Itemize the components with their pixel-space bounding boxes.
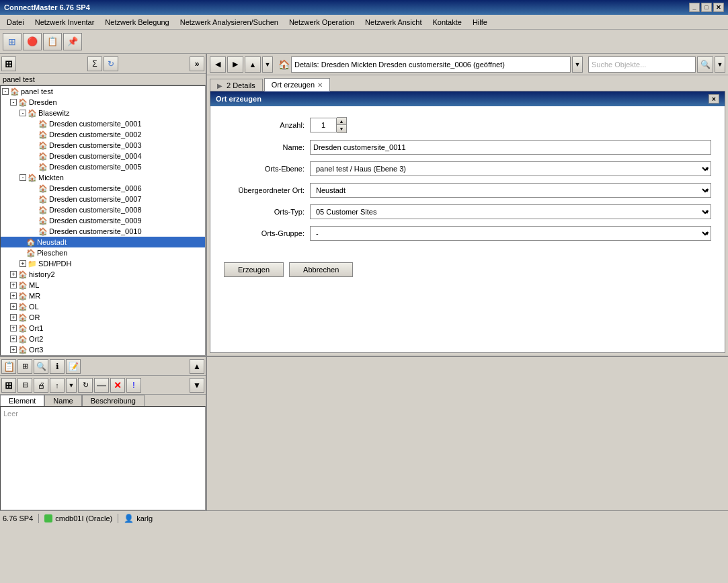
tree-item-ort3[interactable]: + 🏠 Ort3 xyxy=(1,344,205,355)
search-btn[interactable]: 🔍 xyxy=(697,56,713,73)
dialog-close-btn[interactable]: × xyxy=(709,94,719,104)
bottom-btn-4[interactable]: ℹ xyxy=(50,359,65,374)
tree-item-history2[interactable]: + 🏠 history2 xyxy=(1,269,205,280)
blasewitz-expand-btn[interactable]: - xyxy=(19,110,26,116)
bottom-tab-element[interactable]: Element xyxy=(0,395,44,406)
menu-netzwerk-ansicht[interactable]: Netzwerk Ansicht xyxy=(361,17,426,28)
new-btn[interactable]: ⊞ xyxy=(3,33,22,50)
tree-item-ort1[interactable]: + 🏠 Ort1 xyxy=(1,323,205,334)
tree-item-neustadt[interactable]: 🏠 Neustadt xyxy=(1,237,205,247)
tree-item-ol[interactable]: + 🏠 OL xyxy=(1,301,205,312)
history2-expand-btn[interactable]: + xyxy=(10,271,17,278)
bottom-collapse-btn[interactable]: ▼ xyxy=(190,378,204,393)
tree-item-ort2[interactable]: + 🏠 Ort2 xyxy=(1,334,205,344)
nav-dropdown-btn[interactable]: ▼ xyxy=(262,56,273,73)
left-btn-add[interactable]: ⊞ xyxy=(1,56,16,71)
tab-close-btn[interactable]: ✕ xyxy=(317,81,323,89)
tree-item-blasewitz[interactable]: - 🏠 Blasewitz xyxy=(1,108,205,118)
bottom-btn-refresh[interactable]: ↻ xyxy=(78,378,93,393)
bottom-btn-dash[interactable]: — xyxy=(94,378,109,393)
tree-item-ml[interactable]: + 🏠 ML xyxy=(1,280,205,290)
menu-netzwerk-operation[interactable]: Netzwerk Operation xyxy=(285,17,358,28)
bottom-btn-del[interactable]: ✕ xyxy=(110,378,125,393)
tree-item-cs0008[interactable]: 🏠 Dresden customersite_0008 xyxy=(1,204,205,215)
bottom-tab-beschreibung[interactable]: Beschreibung xyxy=(82,395,145,406)
orts-ebene-select[interactable]: panel test / Haus (Ebene 3) xyxy=(310,161,711,176)
forward-btn[interactable]: ▶ xyxy=(227,56,243,73)
up-btn[interactable]: ▲ xyxy=(245,56,261,73)
maximize-btn[interactable]: □ xyxy=(701,3,712,12)
menu-netzwerk-inventar[interactable]: Netzwerk Inventar xyxy=(31,17,99,28)
ort3-expand-btn[interactable]: + xyxy=(10,346,17,353)
root-expand-btn[interactable]: - xyxy=(2,88,9,95)
sdh-expand-btn[interactable]: + xyxy=(19,260,26,267)
bottom-btn-3[interactable]: 🔍 xyxy=(34,359,48,374)
bottom-btn-1[interactable]: 📋 xyxy=(1,359,16,374)
tree-item-cs0010[interactable]: 🏠 Dresden customersite_0010 xyxy=(1,226,205,237)
bottom-btn-up[interactable]: ↑ xyxy=(50,378,65,393)
menu-hilfe[interactable]: Hilfe xyxy=(469,17,491,28)
left-btn-expand[interactable]: » xyxy=(190,56,204,71)
minimize-btn[interactable]: _ xyxy=(689,3,700,12)
tree-item-or[interactable]: + 🏠 OR xyxy=(1,312,205,323)
bottom-dropdown-1[interactable]: ▼ xyxy=(66,378,77,393)
tree-item-cs0002[interactable]: 🏠 Dresden customersite_0002 xyxy=(1,129,205,140)
close-btn[interactable]: ✕ xyxy=(713,3,724,12)
back-btn[interactable]: ◀ xyxy=(210,56,226,73)
bottom-expand-btn[interactable]: ▲ xyxy=(190,359,204,374)
abbrechen-button[interactable]: Abbrechen xyxy=(289,262,353,277)
dresden-expand-btn[interactable]: - xyxy=(10,99,17,106)
bottom-tab-name[interactable]: Name xyxy=(44,395,81,406)
name-input[interactable] xyxy=(310,140,711,155)
spinner-down-btn[interactable]: ▼ xyxy=(337,125,346,132)
mickten-expand-btn[interactable]: - xyxy=(19,174,26,181)
bottom-btn-add[interactable]: ⊞ xyxy=(1,378,16,393)
menu-kontakte[interactable]: Kontakte xyxy=(428,17,465,28)
tree-item-cs0006[interactable]: 🏠 Dresden customersite_0006 xyxy=(1,183,205,194)
menu-datei[interactable]: Datei xyxy=(3,17,28,28)
anzahl-input[interactable] xyxy=(310,118,337,132)
tree-item-cs0007[interactable]: 🏠 Dresden customersite_0007 xyxy=(1,194,205,204)
or-expand-btn[interactable]: + xyxy=(10,314,17,321)
spinner-up-btn[interactable]: ▲ xyxy=(337,118,346,125)
toolbar-btn-4[interactable]: 📌 xyxy=(63,33,82,50)
erzeugen-button[interactable]: Erzeugen xyxy=(224,262,284,277)
mr-expand-btn[interactable]: + xyxy=(10,293,17,299)
tree-item-mickten[interactable]: - 🏠 Mickten xyxy=(1,172,205,183)
bottom-btn-warn[interactable]: ! xyxy=(126,378,141,393)
ort1-label: Ort1 xyxy=(29,324,43,332)
bottom-btn-print[interactable]: 🖨 xyxy=(34,378,48,393)
orts-gruppe-select[interactable]: - xyxy=(310,226,711,241)
toolbar-btn-3[interactable]: 📋 xyxy=(43,33,62,50)
menu-netzwerk-analysieren[interactable]: Netzwerk Analysieren/Suchen xyxy=(176,17,282,28)
orts-typ-select[interactable]: 05 Customer Sites xyxy=(310,204,711,219)
tree-item-dresden[interactable]: - 🏠 Dresden xyxy=(1,97,205,108)
tab-2-details[interactable]: ▶ 2 Details xyxy=(210,79,263,91)
ort2-expand-btn[interactable]: + xyxy=(10,336,17,342)
left-btn-refresh[interactable]: ↻ xyxy=(104,56,118,71)
tree-item-cs0001[interactable]: 🏠 Dresden customersite_0001 xyxy=(1,118,205,129)
ml-expand-btn[interactable]: + xyxy=(10,282,17,288)
tree-item-cs0005[interactable]: 🏠 Dresden customersite_0005 xyxy=(1,161,205,172)
search-dropdown-btn[interactable]: ▼ xyxy=(715,56,725,73)
search-bar[interactable]: Suche Objekte... xyxy=(588,56,696,73)
tree-container[interactable]: - 🏠 panel test - 🏠 Dresden - 🏠 Blasewitz… xyxy=(0,85,206,356)
bottom-btn-2[interactable]: ⊞ xyxy=(17,359,32,374)
ol-expand-btn[interactable]: + xyxy=(10,303,17,310)
bottom-btn-grid[interactable]: ⊟ xyxy=(17,378,32,393)
tree-item-cs0003[interactable]: 🏠 Dresden customersite_0003 xyxy=(1,140,205,151)
tree-root[interactable]: - 🏠 panel test xyxy=(1,86,205,97)
uebergeordneter-ort-select[interactable]: Neustadt xyxy=(310,183,711,198)
menu-netzwerk-belegung[interactable]: Netzwerk Belegung xyxy=(101,17,173,28)
tree-item-mr[interactable]: + 🏠 MR xyxy=(1,290,205,301)
tree-item-cs0004[interactable]: 🏠 Dresden customersite_0004 xyxy=(1,151,205,161)
bottom-btn-5[interactable]: 📝 xyxy=(66,359,81,374)
tree-item-sdh[interactable]: + 📁 SDH/PDH xyxy=(1,258,205,269)
breadcrumb-dropdown-btn[interactable]: ▼ xyxy=(572,56,583,73)
toolbar-btn-2[interactable]: 🔴 xyxy=(23,33,42,50)
tab-ort-erzeugen[interactable]: Ort erzeugen ✕ xyxy=(264,78,330,91)
tree-item-pieschen[interactable]: 🏠 Pieschen xyxy=(1,247,205,258)
left-btn-sigma[interactable]: Σ xyxy=(87,56,102,71)
ort1-expand-btn[interactable]: + xyxy=(10,325,17,332)
tree-item-cs0009[interactable]: 🏠 Dresden customersite_0009 xyxy=(1,215,205,226)
